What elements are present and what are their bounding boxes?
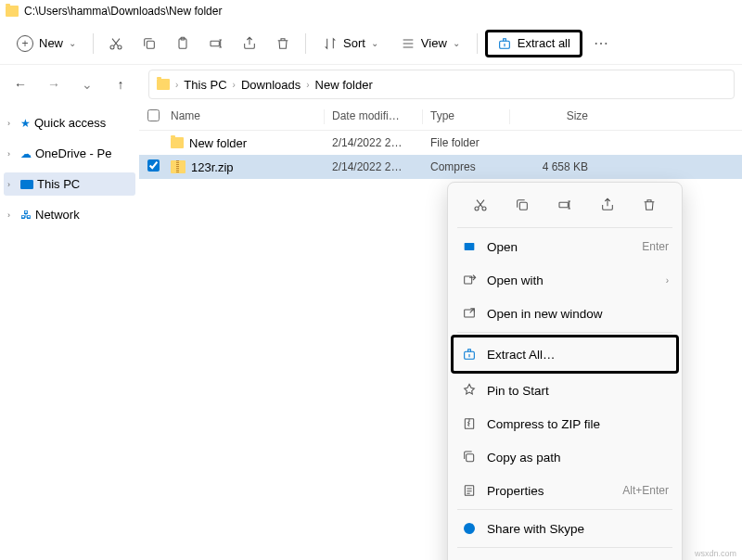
context-menu-item[interactable]: Pin to Start	[454, 374, 676, 407]
context-menu-item[interactable]: Open in new window	[454, 297, 676, 330]
back-button[interactable]: ←	[7, 71, 33, 97]
context-menu-label: Open with	[487, 274, 657, 287]
breadcrumb-item[interactable]: Downloads	[241, 78, 301, 92]
table-row[interactable]: New folder 2/14/2022 2… File folder	[139, 131, 742, 155]
row-checkbox[interactable]	[139, 159, 167, 174]
folder-icon	[6, 6, 19, 17]
star-icon: ★	[20, 117, 31, 130]
name-header[interactable]: Name	[167, 109, 325, 124]
folder-icon	[171, 137, 184, 148]
new-button[interactable]: + New ⌄	[7, 31, 85, 57]
date-header[interactable]: Date modifi…	[325, 109, 423, 124]
rename-icon[interactable]	[201, 29, 231, 58]
sidebar-item-label: This PC	[37, 177, 80, 191]
copypath-icon	[461, 449, 478, 465]
checkbox-header[interactable]	[139, 109, 167, 124]
context-menu-item[interactable]: Compress to ZIP file	[454, 407, 676, 440]
toolbar: + New ⌄ Sort ⌄ View ⌄ Extract all ⋯	[0, 22, 742, 65]
new-label: New	[39, 36, 63, 50]
share-icon[interactable]	[235, 29, 264, 58]
cut-icon[interactable]	[466, 192, 495, 218]
copy-icon[interactable]	[134, 29, 164, 58]
chevron-down-icon[interactable]: ⌄	[74, 71, 100, 97]
up-button[interactable]: ↑	[108, 71, 134, 97]
sidebar-item-network[interactable]: › 🖧 Network	[4, 203, 135, 226]
context-menu: OpenEnterOpen with›Open in new windowExt…	[447, 182, 683, 560]
view-button[interactable]: View ⌄	[391, 32, 469, 56]
plus-icon: +	[17, 35, 33, 52]
zip-icon	[171, 160, 186, 173]
chevron-right-icon: ›	[7, 149, 17, 159]
props-icon	[461, 482, 478, 499]
chevron-down-icon: ⌄	[371, 38, 378, 48]
context-menu-item[interactable]: OpenEnter	[454, 230, 676, 263]
context-menu-item[interactable]: PropertiesAlt+Enter	[454, 474, 676, 507]
forward-button[interactable]: →	[41, 71, 67, 97]
svg-point-1	[118, 45, 122, 49]
paste-icon[interactable]	[168, 29, 198, 58]
svg-point-8	[482, 207, 486, 210]
context-menu-label: Compress to ZIP file	[487, 417, 669, 431]
delete-icon[interactable]	[268, 29, 298, 58]
svg-rect-11	[465, 243, 475, 250]
sidebar-item-label: OneDrive - Pe	[35, 146, 111, 160]
newwin-icon	[461, 305, 478, 322]
extract-label: Extract all	[518, 36, 570, 50]
zip-icon	[461, 415, 478, 432]
context-menu-label: Share with Skype	[487, 522, 669, 536]
context-menu-item[interactable]: Share with Skype	[454, 512, 676, 545]
context-menu-item[interactable]: Show more optionsShift+F10	[454, 550, 676, 560]
view-label: View	[421, 36, 447, 50]
sort-icon	[323, 36, 338, 51]
context-menu-label: Extract All…	[487, 348, 669, 362]
cut-icon[interactable]	[101, 29, 131, 58]
breadcrumb[interactable]: › This PC › Downloads › New folder	[148, 70, 735, 99]
rename-icon[interactable]	[550, 192, 580, 218]
context-menu-label: Open	[487, 240, 633, 254]
file-date: 2/14/2022 2…	[325, 160, 423, 173]
window-title: C:\Users\hamma\Downloads\New folder	[24, 5, 222, 18]
file-size: 4 658 KB	[510, 160, 603, 173]
more-icon[interactable]: ⋯	[586, 34, 616, 52]
copy-icon[interactable]	[507, 192, 537, 218]
sidebar-item-label: Quick access	[34, 116, 106, 130]
breadcrumb-item[interactable]: This PC	[184, 78, 226, 92]
sidebar-item-this-pc[interactable]: › This PC	[4, 172, 135, 196]
svg-point-7	[475, 207, 479, 210]
context-menu-label: Open in new window	[487, 307, 669, 321]
watermark: wsxdn.com	[695, 549, 736, 558]
chevron-right-icon: ›	[7, 180, 17, 189]
type-header[interactable]: Type	[423, 109, 510, 124]
column-headers: Name Date modifi… Type Size	[139, 104, 742, 131]
delete-icon[interactable]	[634, 192, 664, 218]
chevron-down-icon: ⌄	[69, 38, 76, 48]
sidebar-item-onedrive[interactable]: › ☁ OneDrive - Pe	[4, 142, 135, 165]
share-icon[interactable]	[593, 192, 622, 218]
chevron-right-icon: ›	[306, 80, 309, 90]
separator	[305, 33, 306, 54]
svg-rect-13	[465, 310, 475, 317]
table-row[interactable]: 123r.zip 2/14/2022 2… Compres 4 658 KB	[139, 155, 742, 179]
chevron-right-icon: ›	[7, 210, 17, 220]
separator	[457, 332, 672, 333]
breadcrumb-item[interactable]: New folder	[315, 78, 373, 92]
chevron-right-icon: ›	[666, 275, 669, 286]
sidebar-item-label: Network	[35, 208, 80, 222]
extract-icon	[461, 346, 478, 363]
separator	[477, 33, 478, 54]
chevron-right-icon: ›	[175, 80, 178, 90]
sort-button[interactable]: Sort ⌄	[313, 32, 388, 56]
file-name: New folder	[189, 136, 247, 150]
shortcut-hint: Enter	[642, 240, 669, 253]
context-menu-item[interactable]: Copy as path	[454, 440, 676, 474]
pin-icon	[461, 382, 478, 399]
svg-rect-2	[147, 41, 154, 48]
chevron-down-icon: ⌄	[453, 38, 460, 48]
context-menu-item[interactable]: Open with›	[454, 263, 676, 297]
size-header[interactable]: Size	[510, 109, 603, 124]
context-menu-label: Pin to Start	[487, 384, 669, 398]
extract-all-button[interactable]: Extract all	[485, 30, 582, 57]
context-menu-label: Properties	[487, 484, 613, 498]
context-menu-item[interactable]: Extract All…	[451, 335, 679, 374]
sidebar-item-quick-access[interactable]: › ★ Quick access	[4, 111, 135, 134]
